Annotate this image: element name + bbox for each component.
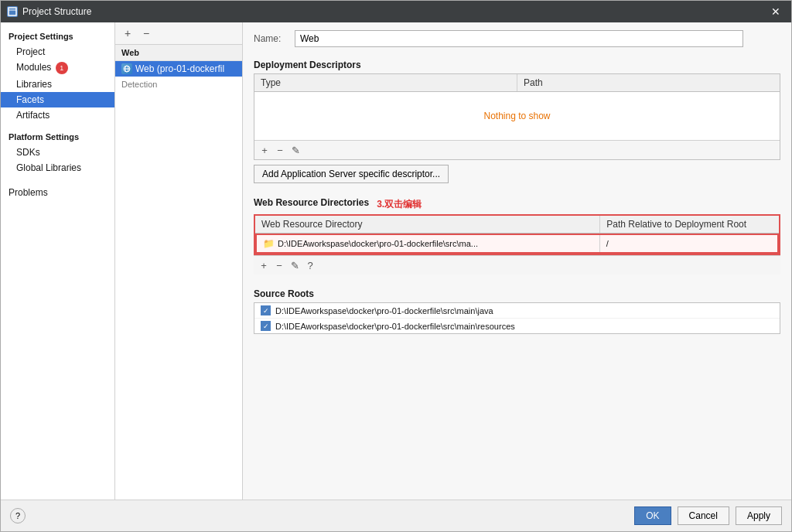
- sidebar-item-facets[interactable]: Facets: [1, 92, 114, 107]
- deployment-descriptors-table: Type Path Nothing to show + − ✎: [254, 73, 780, 160]
- web-resource-table: Web Resource Directory Path Relative to …: [254, 214, 780, 255]
- web-section-label: Web: [115, 45, 242, 61]
- source-path-0: D:\IDEAworkspase\docker\pro-01-dockerfil…: [275, 306, 493, 315]
- help-resource-btn[interactable]: ?: [303, 258, 317, 272]
- web-resource-row[interactable]: 📁 D:\IDEAworkspase\docker\pro-01-dockerf…: [255, 234, 779, 254]
- ok-button[interactable]: OK: [634, 506, 671, 525]
- web-facet-icon: [121, 63, 132, 74]
- dialog-footer: ? OK Cancel Apply: [1, 500, 791, 531]
- content-panel: Name: Deployment Descriptors Type Path N…: [243, 22, 791, 500]
- detection-label: Detection: [115, 77, 242, 92]
- title-bar-left: Project Structure: [7, 6, 91, 17]
- app-icon: [7, 6, 18, 17]
- rel-path-cell: /: [600, 235, 777, 252]
- platform-settings-title: Platform Settings: [1, 129, 114, 145]
- deployment-toolbar: + − ✎: [254, 140, 780, 159]
- facets-item-web[interactable]: Web (pro-01-dockerfil: [115, 61, 242, 77]
- facet-item-label: Web (pro-01-dockerfil: [135, 63, 224, 74]
- source-roots-section: Source Roots ✓ D:\IDEAworkspase\docker\p…: [254, 288, 780, 334]
- deployment-descriptors-section: Deployment Descriptors Type Path Nothing…: [254, 60, 780, 183]
- web-resource-title: Web Resource Directories: [254, 197, 369, 208]
- apply-button[interactable]: Apply: [736, 506, 782, 525]
- name-field-row: Name:: [254, 30, 780, 47]
- checkbox-1[interactable]: ✓: [261, 321, 271, 331]
- name-input[interactable]: [295, 30, 743, 47]
- title-bar: Project Structure ✕: [1, 1, 791, 22]
- type-col-header: Type: [254, 74, 517, 91]
- edit-resource-btn[interactable]: ✎: [288, 258, 302, 272]
- empty-message: Nothing to show: [254, 92, 780, 140]
- web-resource-header: Web Resource Directory Path Relative to …: [255, 216, 779, 234]
- add-resource-btn[interactable]: +: [257, 258, 271, 272]
- web-resource-section: Web Resource Directories 3.双击编辑 Web Reso…: [254, 197, 780, 275]
- web-resource-toolbar: + − ✎ ?: [254, 255, 780, 275]
- sidebar-item-sdks[interactable]: SDKs: [1, 145, 114, 160]
- name-label: Name:: [254, 33, 288, 44]
- sidebar-item-problems[interactable]: Problems: [1, 185, 114, 200]
- sidebar-item-project[interactable]: Project: [1, 44, 114, 60]
- help-button[interactable]: ?: [10, 508, 26, 523]
- close-button[interactable]: ✕: [766, 4, 785, 19]
- sidebar-item-modules[interactable]: Modules 1: [1, 60, 114, 77]
- checkbox-0[interactable]: ✓: [261, 305, 271, 315]
- directory-col-header: Web Resource Directory: [255, 216, 600, 233]
- rel-path-col-header: Path Relative to Deployment Root: [600, 216, 779, 233]
- modules-badge: 1: [56, 62, 68, 74]
- project-structure-dialog: Project Structure ✕ Project Settings Pro…: [0, 0, 792, 532]
- deployment-descriptors-title: Deployment Descriptors: [254, 60, 780, 70]
- source-row-0: ✓ D:\IDEAworkspase\docker\pro-01-dockerf…: [254, 303, 780, 319]
- dialog-title: Project Structure: [22, 6, 91, 17]
- project-settings-title: Project Settings: [1, 29, 114, 44]
- sidebar-item-global-libraries[interactable]: Global Libraries: [1, 160, 114, 176]
- source-path-1: D:\IDEAworkspase\docker\pro-01-dockerfil…: [275, 322, 515, 331]
- add-descriptor-btn[interactable]: +: [258, 143, 271, 157]
- remove-resource-btn[interactable]: −: [272, 258, 286, 272]
- folder-icon: 📁: [263, 238, 275, 249]
- edit-annotation: 3.双击编辑: [377, 198, 422, 211]
- source-row-1: ✓ D:\IDEAworkspase\docker\pro-01-dockerf…: [254, 319, 780, 333]
- footer-actions: OK Cancel Apply: [634, 506, 782, 525]
- facets-tree-panel: + − Web Web (pro-01-dockerfil Detection: [115, 22, 243, 500]
- cancel-button[interactable]: Cancel: [678, 506, 729, 525]
- add-facet-button[interactable]: +: [120, 26, 135, 41]
- remove-descriptor-btn[interactable]: −: [273, 143, 287, 157]
- sidebar-item-libraries[interactable]: Libraries: [1, 77, 114, 92]
- directory-path: D:\IDEAworkspase\docker\pro-01-dockerfil…: [278, 239, 478, 248]
- table-header: Type Path: [254, 74, 780, 92]
- source-roots-title: Source Roots: [254, 288, 780, 299]
- sidebar-item-artifacts[interactable]: Artifacts: [1, 107, 114, 123]
- source-roots-panel: ✓ D:\IDEAworkspase\docker\pro-01-dockerf…: [254, 302, 780, 334]
- remove-facet-button[interactable]: −: [138, 26, 154, 41]
- add-server-button[interactable]: Add Application Server specific descript…: [254, 165, 449, 183]
- main-content-area: + − Web Web (pro-01-dockerfil Detection …: [115, 22, 791, 500]
- svg-rect-0: [9, 8, 16, 15]
- dialog-body: Project Settings Project Modules 1 Libra…: [1, 22, 791, 500]
- path-col-header: Path: [517, 74, 780, 91]
- directory-cell: 📁 D:\IDEAworkspase\docker\pro-01-dockerf…: [257, 235, 600, 252]
- edit-descriptor-btn[interactable]: ✎: [288, 143, 302, 157]
- facets-toolbar: + −: [115, 22, 242, 45]
- sidebar: Project Settings Project Modules 1 Libra…: [1, 22, 115, 500]
